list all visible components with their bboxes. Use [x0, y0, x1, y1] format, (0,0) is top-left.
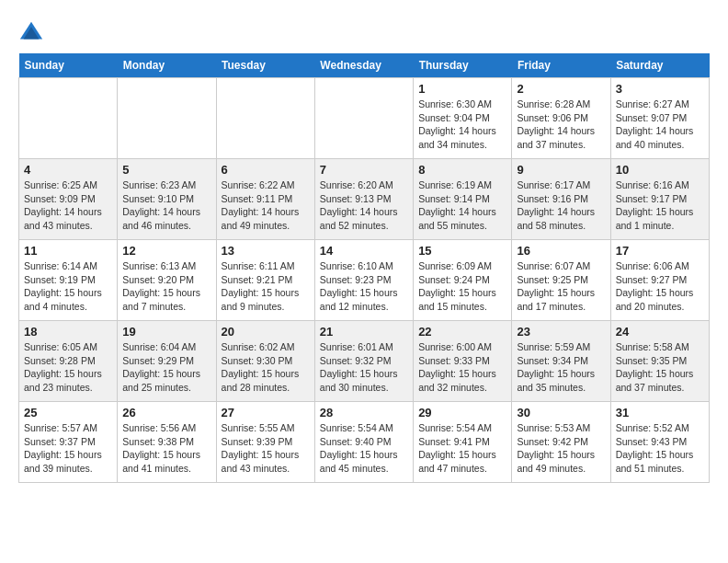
calendar-week-4: 18Sunrise: 6:05 AMSunset: 9:28 PMDayligh… — [19, 321, 710, 402]
day-info: Sunrise: 6:09 AMSunset: 9:24 PMDaylight:… — [418, 259, 506, 314]
calendar-cell: 13Sunrise: 6:11 AMSunset: 9:21 PMDayligh… — [216, 240, 314, 321]
day-number: 24 — [616, 325, 704, 339]
day-info: Sunrise: 6:06 AMSunset: 9:27 PMDaylight:… — [616, 259, 704, 314]
calendar-cell: 15Sunrise: 6:09 AMSunset: 9:24 PMDayligh… — [414, 240, 512, 321]
day-number: 15 — [418, 244, 506, 258]
day-info: Sunrise: 5:55 AMSunset: 9:39 PMDaylight:… — [222, 421, 310, 476]
day-number: 20 — [222, 325, 310, 339]
calendar-cell — [314, 78, 413, 159]
day-number: 4 — [24, 163, 112, 177]
day-info: Sunrise: 6:28 AMSunset: 9:06 PMDaylight:… — [517, 98, 605, 152]
day-info: Sunrise: 6:04 AMSunset: 9:29 PMDaylight:… — [122, 340, 210, 395]
day-info: Sunrise: 5:56 AMSunset: 9:38 PMDaylight:… — [122, 421, 210, 476]
calendar-cell: 3Sunrise: 6:27 AMSunset: 9:07 PMDaylight… — [610, 78, 709, 159]
day-info: Sunrise: 5:53 AMSunset: 9:42 PMDaylight:… — [517, 421, 605, 476]
calendar-cell: 9Sunrise: 6:17 AMSunset: 9:16 PMDaylight… — [512, 159, 610, 240]
day-number: 23 — [517, 325, 605, 339]
day-number: 26 — [122, 406, 210, 419]
day-info: Sunrise: 5:54 AMSunset: 9:40 PMDaylight:… — [320, 421, 408, 476]
calendar-cell: 1Sunrise: 6:30 AMSunset: 9:04 PMDaylight… — [414, 78, 512, 159]
day-info: Sunrise: 6:27 AMSunset: 9:07 PMDaylight:… — [616, 98, 704, 152]
day-info: Sunrise: 6:07 AMSunset: 9:25 PMDaylight:… — [517, 259, 605, 314]
day-header-tuesday: Tuesday — [216, 53, 314, 78]
calendar-cell: 29Sunrise: 5:54 AMSunset: 9:41 PMDayligh… — [414, 402, 512, 483]
calendar-cell: 24Sunrise: 5:58 AMSunset: 9:35 PMDayligh… — [610, 321, 709, 402]
logo-icon — [18, 18, 44, 44]
day-info: Sunrise: 6:16 AMSunset: 9:17 PMDaylight:… — [616, 178, 704, 233]
day-info: Sunrise: 5:59 AMSunset: 9:34 PMDaylight:… — [517, 340, 605, 395]
calendar-cell: 27Sunrise: 5:55 AMSunset: 9:39 PMDayligh… — [216, 402, 314, 483]
calendar-cell: 10Sunrise: 6:16 AMSunset: 9:17 PMDayligh… — [610, 159, 709, 240]
day-number: 5 — [122, 163, 210, 177]
day-info: Sunrise: 6:30 AMSunset: 9:04 PMDaylight:… — [418, 98, 506, 152]
calendar-cell: 14Sunrise: 6:10 AMSunset: 9:23 PMDayligh… — [314, 240, 413, 321]
day-header-wednesday: Wednesday — [314, 53, 413, 78]
calendar-cell — [216, 78, 314, 159]
day-header-sunday: Sunday — [19, 53, 118, 78]
calendar-week-3: 11Sunrise: 6:14 AMSunset: 9:19 PMDayligh… — [19, 240, 710, 321]
logo — [18, 18, 48, 44]
day-number: 13 — [222, 244, 310, 258]
day-info: Sunrise: 5:52 AMSunset: 9:43 PMDaylight:… — [616, 421, 704, 476]
day-info: Sunrise: 6:13 AMSunset: 9:20 PMDaylight:… — [122, 259, 210, 314]
day-number: 2 — [517, 82, 605, 96]
calendar-cell — [19, 78, 118, 159]
calendar-cell: 7Sunrise: 6:20 AMSunset: 9:13 PMDaylight… — [314, 159, 413, 240]
day-info: Sunrise: 6:17 AMSunset: 9:16 PMDaylight:… — [517, 178, 605, 233]
day-info: Sunrise: 6:23 AMSunset: 9:10 PMDaylight:… — [122, 178, 210, 233]
calendar-cell: 11Sunrise: 6:14 AMSunset: 9:19 PMDayligh… — [19, 240, 118, 321]
calendar-cell: 22Sunrise: 6:00 AMSunset: 9:33 PMDayligh… — [414, 321, 512, 402]
calendar-cell: 31Sunrise: 5:52 AMSunset: 9:43 PMDayligh… — [610, 402, 709, 483]
calendar-cell: 5Sunrise: 6:23 AMSunset: 9:10 PMDaylight… — [118, 159, 216, 240]
day-header-friday: Friday — [512, 53, 610, 78]
day-number: 21 — [320, 325, 408, 339]
calendar-cell: 2Sunrise: 6:28 AMSunset: 9:06 PMDaylight… — [512, 78, 610, 159]
calendar-cell: 23Sunrise: 5:59 AMSunset: 9:34 PMDayligh… — [512, 321, 610, 402]
calendar-week-2: 4Sunrise: 6:25 AMSunset: 9:09 PMDaylight… — [19, 159, 710, 240]
calendar-cell: 17Sunrise: 6:06 AMSunset: 9:27 PMDayligh… — [610, 240, 709, 321]
day-info: Sunrise: 5:58 AMSunset: 9:35 PMDaylight:… — [616, 340, 704, 395]
day-info: Sunrise: 5:57 AMSunset: 9:37 PMDaylight:… — [24, 421, 112, 476]
day-number: 19 — [122, 325, 210, 339]
calendar-cell: 19Sunrise: 6:04 AMSunset: 9:29 PMDayligh… — [118, 321, 216, 402]
calendar-cell: 4Sunrise: 6:25 AMSunset: 9:09 PMDaylight… — [19, 159, 118, 240]
calendar-cell — [118, 78, 216, 159]
calendar-cell: 8Sunrise: 6:19 AMSunset: 9:14 PMDaylight… — [414, 159, 512, 240]
calendar-table: SundayMondayTuesdayWednesdayThursdayFrid… — [18, 53, 710, 483]
day-number: 7 — [320, 163, 408, 177]
calendar-cell: 6Sunrise: 6:22 AMSunset: 9:11 PMDaylight… — [216, 159, 314, 240]
day-number: 22 — [418, 325, 506, 339]
calendar-cell: 26Sunrise: 5:56 AMSunset: 9:38 PMDayligh… — [118, 402, 216, 483]
calendar-cell: 21Sunrise: 6:01 AMSunset: 9:32 PMDayligh… — [314, 321, 413, 402]
day-number: 9 — [517, 163, 605, 177]
calendar-cell: 28Sunrise: 5:54 AMSunset: 9:40 PMDayligh… — [314, 402, 413, 483]
calendar-week-5: 25Sunrise: 5:57 AMSunset: 9:37 PMDayligh… — [19, 402, 710, 483]
day-info: Sunrise: 6:11 AMSunset: 9:21 PMDaylight:… — [222, 259, 310, 314]
day-info: Sunrise: 6:25 AMSunset: 9:09 PMDaylight:… — [24, 178, 112, 233]
calendar-cell: 18Sunrise: 6:05 AMSunset: 9:28 PMDayligh… — [19, 321, 118, 402]
day-info: Sunrise: 6:01 AMSunset: 9:32 PMDaylight:… — [320, 340, 408, 395]
day-number: 29 — [418, 406, 506, 419]
days-header-row: SundayMondayTuesdayWednesdayThursdayFrid… — [19, 53, 710, 78]
page-header — [18, 18, 710, 44]
day-number: 10 — [616, 163, 704, 177]
day-number: 6 — [222, 163, 310, 177]
day-number: 17 — [616, 244, 704, 258]
day-number: 27 — [222, 406, 310, 419]
day-info: Sunrise: 6:14 AMSunset: 9:19 PMDaylight:… — [24, 259, 112, 314]
calendar-cell: 30Sunrise: 5:53 AMSunset: 9:42 PMDayligh… — [512, 402, 610, 483]
day-info: Sunrise: 6:05 AMSunset: 9:28 PMDaylight:… — [24, 340, 112, 395]
day-number: 16 — [517, 244, 605, 258]
day-number: 28 — [320, 406, 408, 419]
day-number: 1 — [418, 82, 506, 96]
day-header-monday: Monday — [118, 53, 216, 78]
day-info: Sunrise: 6:00 AMSunset: 9:33 PMDaylight:… — [418, 340, 506, 395]
day-number: 3 — [616, 82, 704, 96]
day-info: Sunrise: 6:19 AMSunset: 9:14 PMDaylight:… — [418, 178, 506, 233]
calendar-cell: 25Sunrise: 5:57 AMSunset: 9:37 PMDayligh… — [19, 402, 118, 483]
calendar-cell: 12Sunrise: 6:13 AMSunset: 9:20 PMDayligh… — [118, 240, 216, 321]
day-number: 31 — [616, 406, 704, 419]
day-number: 11 — [24, 244, 112, 258]
day-info: Sunrise: 6:20 AMSunset: 9:13 PMDaylight:… — [320, 178, 408, 233]
day-header-saturday: Saturday — [610, 53, 709, 78]
